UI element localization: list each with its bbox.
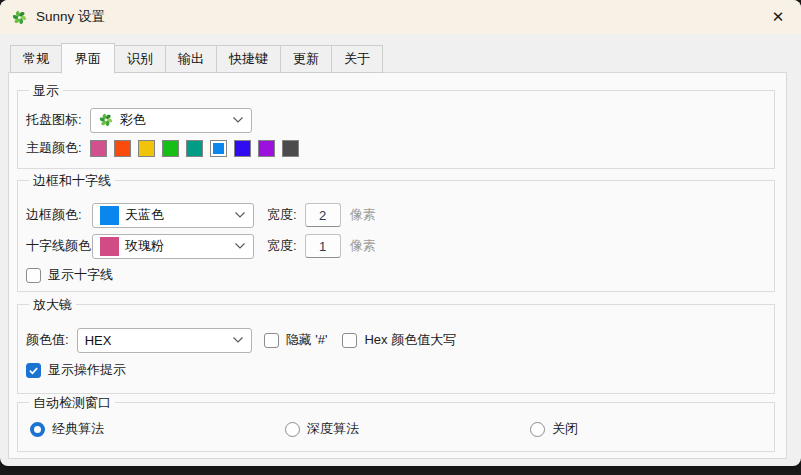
color-format-label: 颜色值: bbox=[26, 331, 69, 349]
theme-color-swatch[interactable] bbox=[138, 140, 155, 157]
theme-color-swatch[interactable] bbox=[210, 140, 227, 157]
tray-icon-select[interactable]: 彩色 bbox=[90, 108, 252, 133]
chevron-down-icon bbox=[234, 242, 246, 250]
cross-color-select[interactable]: 玫瑰粉 bbox=[92, 234, 254, 259]
close-icon: ✕ bbox=[772, 8, 785, 26]
chevron-down-icon bbox=[232, 116, 244, 124]
settings-window: Sunny 设置 ✕ 常规 界面 识别 输出 快捷键 更新 关于 显示 托盘图标… bbox=[0, 0, 801, 466]
sunny-logo-icon bbox=[11, 9, 28, 26]
cross-width-label: 宽度: bbox=[267, 237, 297, 255]
window-title: Sunny 设置 bbox=[36, 8, 105, 26]
radio-deep-label: 深度算法 bbox=[307, 420, 359, 438]
group-magnifier: 放大镜 颜色值: HEX 隐藏 '#' Hex 颜色值大写 bbox=[17, 304, 775, 394]
theme-color-swatch[interactable] bbox=[186, 140, 203, 157]
theme-color-swatch[interactable] bbox=[90, 140, 107, 157]
cross-color-label: 十字线颜色: bbox=[26, 237, 92, 255]
tray-icon-value: 彩色 bbox=[120, 111, 146, 129]
chevron-down-icon bbox=[234, 211, 246, 219]
show-tips-checkbox[interactable] bbox=[26, 363, 41, 378]
show-crosshair-checkbox[interactable] bbox=[26, 268, 41, 283]
border-color-value: 天蓝色 bbox=[125, 206, 164, 224]
tab-page-interface: 显示 托盘图标: bbox=[8, 72, 787, 459]
theme-color-label: 主题颜色: bbox=[26, 139, 82, 157]
border-color-swatch bbox=[100, 206, 119, 225]
radio-classic-label: 经典算法 bbox=[52, 420, 104, 438]
title-bar: Sunny 设置 ✕ bbox=[0, 0, 801, 34]
close-button[interactable]: ✕ bbox=[761, 3, 795, 31]
border-color-select[interactable]: 天蓝色 bbox=[92, 203, 254, 228]
border-color-label: 边框颜色: bbox=[26, 206, 92, 224]
tab-about[interactable]: 关于 bbox=[331, 45, 383, 73]
group-magnifier-title: 放大镜 bbox=[29, 296, 76, 314]
hex-uppercase-label: Hex 颜色值大写 bbox=[364, 331, 456, 349]
cross-width-unit: 像素 bbox=[350, 237, 376, 255]
theme-color-swatch[interactable] bbox=[162, 140, 179, 157]
theme-color-swatch[interactable] bbox=[114, 140, 131, 157]
theme-color-swatch[interactable] bbox=[234, 140, 251, 157]
theme-color-swatch[interactable] bbox=[258, 140, 275, 157]
hide-hash-checkbox[interactable] bbox=[264, 333, 279, 348]
group-autodetect-title: 自动检测窗口 bbox=[29, 394, 115, 412]
group-border-crosshair: 边框和十字线 边框颜色: 天蓝色 宽度: 像素 十字线颜色: 玫瑰粉 bbox=[17, 180, 775, 292]
group-border-title: 边框和十字线 bbox=[29, 172, 115, 190]
check-icon bbox=[28, 365, 39, 376]
border-width-unit: 像素 bbox=[350, 206, 376, 224]
radio-off[interactable] bbox=[530, 422, 545, 437]
border-width-label: 宽度: bbox=[267, 206, 297, 224]
group-autodetect: 自动检测窗口 经典算法 深度算法 关闭 bbox=[17, 402, 775, 452]
radio-deep-algorithm[interactable] bbox=[285, 422, 300, 437]
tab-output[interactable]: 输出 bbox=[165, 45, 217, 73]
show-crosshair-label: 显示十字线 bbox=[48, 266, 113, 284]
tab-hotkeys[interactable]: 快捷键 bbox=[216, 45, 281, 73]
radio-classic-algorithm[interactable] bbox=[30, 422, 45, 437]
tab-recognition[interactable]: 识别 bbox=[114, 45, 166, 73]
theme-color-swatch[interactable] bbox=[282, 140, 299, 157]
show-tips-label: 显示操作提示 bbox=[48, 361, 126, 379]
cross-color-value: 玫瑰粉 bbox=[125, 237, 164, 255]
radio-off-label: 关闭 bbox=[552, 420, 578, 438]
cross-color-swatch bbox=[100, 237, 119, 256]
cross-width-input[interactable] bbox=[305, 234, 341, 258]
group-display-title: 显示 bbox=[29, 82, 63, 100]
color-format-select[interactable]: HEX bbox=[77, 328, 252, 353]
border-width-input[interactable] bbox=[305, 203, 341, 227]
color-format-value: HEX bbox=[85, 333, 112, 348]
hex-uppercase-checkbox[interactable] bbox=[342, 333, 357, 348]
group-display: 显示 托盘图标: bbox=[17, 90, 775, 169]
tab-general[interactable]: 常规 bbox=[10, 45, 62, 73]
tab-update[interactable]: 更新 bbox=[280, 45, 332, 73]
tray-icon-label: 托盘图标: bbox=[26, 111, 82, 129]
tab-interface[interactable]: 界面 bbox=[61, 43, 115, 74]
tab-strip: 常规 界面 识别 输出 快捷键 更新 关于 bbox=[0, 43, 801, 73]
tray-color-icon bbox=[98, 112, 114, 128]
chevron-down-icon bbox=[232, 336, 244, 344]
hide-hash-label: 隐藏 '#' bbox=[286, 331, 328, 349]
